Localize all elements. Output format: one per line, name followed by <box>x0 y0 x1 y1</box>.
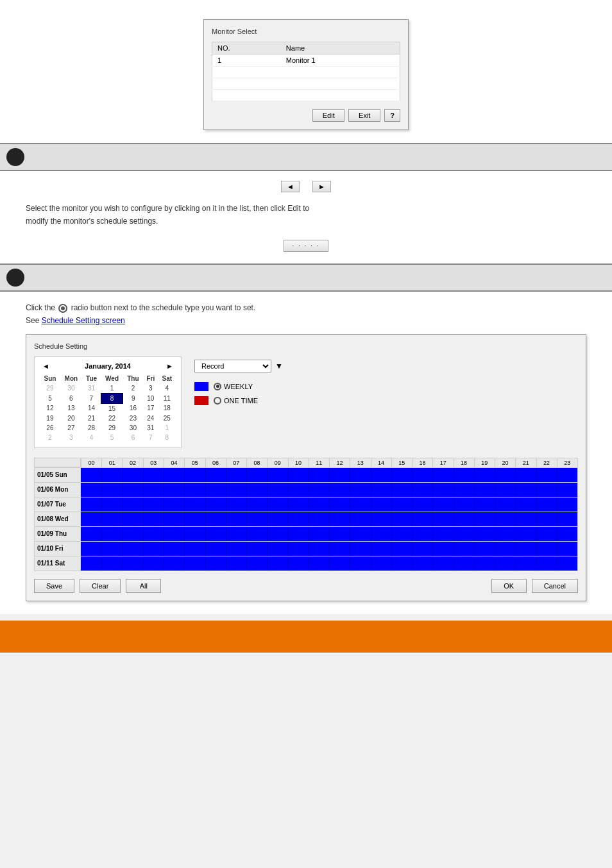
cal-day[interactable]: 31 <box>82 383 101 394</box>
block-cell[interactable] <box>184 527 205 541</box>
block-cell[interactable] <box>371 468 391 482</box>
block-cell[interactable] <box>164 556 184 571</box>
block-cell[interactable] <box>101 527 122 541</box>
block-cell[interactable] <box>536 542 557 556</box>
block-cell[interactable] <box>391 483 412 497</box>
cal-day[interactable]: 3 <box>60 433 82 442</box>
row-blocks[interactable] <box>81 542 577 556</box>
block-cell[interactable] <box>143 512 164 526</box>
block-cell[interactable] <box>267 483 287 497</box>
block-cell[interactable] <box>267 512 287 526</box>
cal-day[interactable]: 11 <box>158 393 176 403</box>
cal-day[interactable]: 30 <box>60 383 82 394</box>
block-cell[interactable] <box>101 483 122 497</box>
block-cell[interactable] <box>350 497 370 512</box>
block-cell[interactable] <box>557 527 577 541</box>
cal-day[interactable]: 22 <box>101 413 123 423</box>
block-cell[interactable] <box>81 497 101 512</box>
block-cell[interactable] <box>184 497 205 512</box>
cal-day[interactable]: 4 <box>158 383 176 394</box>
block-cell[interactable] <box>454 468 474 482</box>
cal-day[interactable]: 2 <box>40 433 60 442</box>
block-cell[interactable] <box>391 556 412 571</box>
block-cell[interactable] <box>123 556 143 571</box>
block-cell[interactable] <box>412 512 432 526</box>
block-cell[interactable] <box>329 512 350 526</box>
cal-day[interactable]: 29 <box>101 423 123 433</box>
block-cell[interactable] <box>350 512 370 526</box>
block-cell[interactable] <box>226 556 246 571</box>
block-cell[interactable] <box>81 556 101 571</box>
exit-button[interactable]: Exit <box>348 109 380 122</box>
block-cell[interactable] <box>536 497 557 512</box>
block-cell[interactable] <box>557 542 577 556</box>
block-cell[interactable] <box>123 468 143 482</box>
block-cell[interactable] <box>205 542 226 556</box>
block-cell[interactable] <box>432 512 453 526</box>
cal-day[interactable]: 7 <box>82 393 101 403</box>
cal-day[interactable]: 30 <box>123 423 143 433</box>
block-cell[interactable] <box>391 542 412 556</box>
cal-day[interactable]: 2 <box>123 383 143 394</box>
block-cell[interactable] <box>536 468 557 482</box>
block-cell[interactable] <box>536 512 557 526</box>
block-cell[interactable] <box>557 468 577 482</box>
block-cell[interactable] <box>515 527 536 541</box>
block-cell[interactable] <box>432 497 453 512</box>
block-cell[interactable] <box>226 527 246 541</box>
block-cell[interactable] <box>143 527 164 541</box>
block-cell[interactable] <box>557 556 577 571</box>
save-button[interactable]: Save <box>34 579 74 593</box>
cal-day[interactable]: 21 <box>82 413 101 423</box>
cal-day[interactable]: 7 <box>143 433 158 442</box>
block-cell[interactable] <box>557 497 577 512</box>
block-cell[interactable] <box>474 556 495 571</box>
block-cell[interactable] <box>350 542 370 556</box>
block-cell[interactable] <box>536 556 557 571</box>
cancel-button[interactable]: Cancel <box>532 579 578 593</box>
block-cell[interactable] <box>246 527 267 541</box>
block-cell[interactable] <box>101 497 122 512</box>
block-cell[interactable] <box>184 556 205 571</box>
block-cell[interactable] <box>205 512 226 526</box>
block-cell[interactable] <box>329 497 350 512</box>
cal-day[interactable]: 6 <box>60 393 82 403</box>
block-cell[interactable] <box>412 497 432 512</box>
block-cell[interactable] <box>474 512 495 526</box>
cal-day[interactable]: 5 <box>101 433 123 442</box>
block-cell[interactable] <box>164 483 184 497</box>
block-cell[interactable] <box>454 497 474 512</box>
block-cell[interactable] <box>123 542 143 556</box>
block-cell[interactable] <box>350 527 370 541</box>
block-cell[interactable] <box>515 468 536 482</box>
cal-day[interactable]: 12 <box>40 403 60 413</box>
weekly-radio[interactable]: WEEKLY <box>214 383 253 390</box>
block-cell[interactable] <box>267 497 287 512</box>
ok-button[interactable]: OK <box>491 579 527 593</box>
block-cell[interactable] <box>329 556 350 571</box>
block-cell[interactable] <box>267 468 287 482</box>
row-blocks[interactable] <box>81 483 577 497</box>
block-cell[interactable] <box>184 483 205 497</box>
block-cell[interactable] <box>391 527 412 541</box>
block-cell[interactable] <box>81 542 101 556</box>
cal-day[interactable]: 27 <box>60 423 82 433</box>
cal-day[interactable]: 23 <box>123 413 143 423</box>
block-cell[interactable] <box>371 527 391 541</box>
cal-day[interactable]: 3 <box>143 383 158 394</box>
cal-day[interactable]: 18 <box>158 403 176 413</box>
block-cell[interactable] <box>143 483 164 497</box>
cal-day[interactable]: 16 <box>123 403 143 413</box>
block-cell[interactable] <box>432 527 453 541</box>
block-cell[interactable] <box>557 483 577 497</box>
block-cell[interactable] <box>226 512 246 526</box>
cal-day[interactable]: 5 <box>40 393 60 403</box>
block-cell[interactable] <box>184 512 205 526</box>
edit-button[interactable]: Edit <box>312 109 344 122</box>
block-cell[interactable] <box>412 483 432 497</box>
block-cell[interactable] <box>536 527 557 541</box>
cal-day[interactable]: 8 <box>158 433 176 442</box>
block-cell[interactable] <box>81 483 101 497</box>
block-cell[interactable] <box>164 468 184 482</box>
block-cell[interactable] <box>412 468 432 482</box>
